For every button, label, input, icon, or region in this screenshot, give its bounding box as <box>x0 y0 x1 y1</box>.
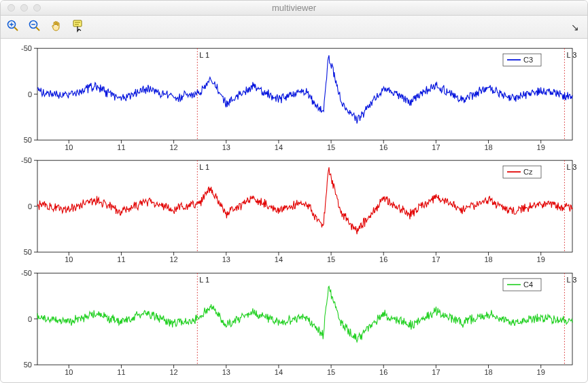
zoom-in-button[interactable] <box>5 19 21 35</box>
svg-text:50: 50 <box>24 361 32 369</box>
pan-button[interactable] <box>48 19 65 35</box>
svg-text:17: 17 <box>432 368 440 376</box>
svg-text:0: 0 <box>28 90 32 98</box>
svg-text:13: 13 <box>222 368 230 376</box>
svg-text:0: 0 <box>28 202 32 211</box>
svg-text:14: 14 <box>275 143 283 151</box>
svg-text:10: 10 <box>65 255 73 263</box>
svg-text:17: 17 <box>432 143 440 151</box>
svg-text:-50: -50 <box>21 156 32 164</box>
svg-text:18: 18 <box>484 368 492 376</box>
svg-rect-7 <box>73 20 82 26</box>
svg-text:17: 17 <box>432 255 440 263</box>
axes-c3[interactable]: -5005010111213141516171819L 1L 3C3 <box>9 44 579 152</box>
svg-text:L  3: L 3 <box>566 51 576 59</box>
zoom-dot[interactable] <box>33 4 41 12</box>
svg-text:18: 18 <box>484 143 492 151</box>
svg-text:11: 11 <box>117 255 125 263</box>
svg-text:13: 13 <box>222 143 230 151</box>
svg-text:-50: -50 <box>21 269 32 277</box>
svg-text:C4: C4 <box>523 280 533 289</box>
axes-cz[interactable]: -5005010111213141516171819L 1L 3Cz <box>9 156 579 264</box>
data-cursor-button[interactable] <box>70 19 86 35</box>
svg-text:12: 12 <box>169 255 177 263</box>
window-titlebar: multiviewer <box>1 1 587 16</box>
svg-line-5 <box>36 27 39 31</box>
hand-icon <box>50 19 63 35</box>
svg-text:Cz: Cz <box>523 168 533 176</box>
svg-text:L  1: L 1 <box>199 276 209 284</box>
svg-text:11: 11 <box>117 143 125 151</box>
svg-text:-50: -50 <box>21 44 32 52</box>
svg-text:16: 16 <box>379 255 387 263</box>
minimize-dot[interactable] <box>20 4 28 12</box>
svg-text:15: 15 <box>327 255 335 263</box>
svg-text:15: 15 <box>327 143 335 151</box>
zoom-out-icon <box>28 19 41 35</box>
svg-text:16: 16 <box>379 143 387 151</box>
window-title: multiviewer <box>1 3 587 13</box>
svg-text:50: 50 <box>24 136 32 144</box>
zoom-out-button[interactable] <box>27 19 43 35</box>
svg-text:10: 10 <box>65 368 73 376</box>
zoom-in-icon <box>6 19 20 35</box>
plots-area: -5005010111213141516171819L 1L 3C3 -5005… <box>1 39 587 383</box>
svg-text:18: 18 <box>484 255 492 263</box>
svg-text:L  1: L 1 <box>199 51 209 59</box>
svg-text:14: 14 <box>275 368 283 376</box>
axes-c4[interactable]: -5005010111213141516171819L 1L 3C4 <box>9 269 579 377</box>
svg-text:19: 19 <box>537 368 545 376</box>
svg-text:13: 13 <box>222 255 230 263</box>
svg-text:19: 19 <box>537 255 545 263</box>
svg-text:C3: C3 <box>523 56 533 64</box>
svg-text:50: 50 <box>24 248 32 256</box>
svg-text:L  1: L 1 <box>199 163 209 171</box>
figure-toolbar: ↘ <box>1 16 587 39</box>
svg-line-1 <box>14 27 18 31</box>
svg-text:10: 10 <box>65 143 73 151</box>
window-traffic-lights <box>1 4 41 12</box>
close-dot[interactable] <box>7 4 15 12</box>
dock-button[interactable]: ↘ <box>571 22 583 33</box>
svg-text:L  3: L 3 <box>566 276 576 284</box>
svg-text:19: 19 <box>537 143 545 151</box>
svg-text:16: 16 <box>379 368 387 376</box>
svg-text:14: 14 <box>275 255 283 263</box>
svg-text:0: 0 <box>28 314 32 323</box>
svg-text:12: 12 <box>169 143 177 151</box>
svg-text:11: 11 <box>117 368 125 376</box>
svg-text:12: 12 <box>169 368 177 376</box>
data-cursor-icon <box>71 19 85 35</box>
svg-text:L  3: L 3 <box>566 163 576 171</box>
svg-text:15: 15 <box>327 368 335 376</box>
svg-rect-78 <box>37 273 572 365</box>
